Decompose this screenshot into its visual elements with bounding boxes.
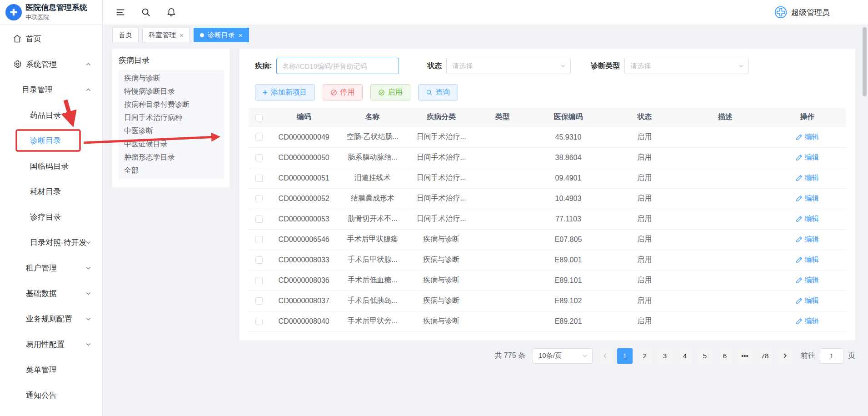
cell-description (682, 209, 768, 229)
cell-category: 疾病与诊断 (407, 311, 475, 331)
diagnosis-table-card: 疾病: 状态 请选择 诊断类型 请选择 (239, 49, 855, 340)
sidebar-item-notice[interactable]: 通知公告 (0, 382, 102, 408)
col-header-type: 类型 (476, 108, 529, 127)
edit-button[interactable]: 编辑 (796, 173, 819, 183)
cell-type (476, 270, 529, 291)
sidebar-menu: 首页 系统管理 目录管理 药品目录 诊断目录 国临码目录 耗材目录 (0, 25, 102, 408)
select-all-checkbox[interactable] (255, 114, 263, 121)
edit-button[interactable]: 编辑 (796, 255, 819, 265)
sidebar-item-business-rules[interactable]: 业务规则配置 (0, 306, 102, 331)
catalog-item-disease-diagnosis[interactable]: 疾病与诊断 (119, 72, 224, 85)
sidebar-item-label: 基础数据 (26, 288, 57, 299)
user-area[interactable]: 超级管理员 (774, 6, 830, 19)
cell-insurance-code: 77.1103 (529, 209, 607, 229)
cell-type (476, 127, 529, 147)
sidebar-item-basic-data[interactable]: 基础数据 (0, 281, 102, 306)
page-button-3[interactable]: 3 (657, 348, 673, 364)
more-pages-button[interactable]: ••• (737, 348, 753, 364)
page-button-6[interactable]: 6 (717, 348, 733, 364)
sidebar-item-national-code-catalog[interactable]: 国临码目录 (0, 153, 102, 179)
catalog-item-tcm-diagnosis[interactable]: 中医诊断 (119, 125, 224, 138)
edit-button[interactable]: 编辑 (796, 316, 819, 326)
row-checkbox[interactable] (255, 154, 263, 161)
edit-button[interactable]: 编辑 (796, 214, 819, 224)
tab-department-management[interactable]: 科室管理 × (142, 28, 190, 42)
edit-label: 编辑 (805, 276, 819, 285)
cell-type (476, 250, 529, 270)
diagnosis-type-select[interactable]: 请选择 (624, 58, 749, 74)
query-button[interactable]: 查询 (418, 84, 458, 100)
diagnosis-type-filter-label: 诊断类型 (591, 61, 620, 71)
sidebar-item-tenant-management[interactable]: 租户管理 (0, 255, 102, 281)
sidebar-item-diagnosis-catalog[interactable]: 诊断目录 (0, 128, 102, 153)
catalog-item-day-surgery[interactable]: 日间手术治疗病种 (119, 111, 224, 125)
catalog-item-special-chronic[interactable]: 特慢病诊断目录 (119, 85, 224, 98)
row-checkbox[interactable] (255, 216, 263, 223)
right-column: 疾病: 状态 请选择 诊断类型 请选择 (239, 49, 855, 364)
search-icon[interactable] (141, 7, 151, 17)
cell-code: CD0000006546 (269, 229, 338, 250)
page-button-4[interactable]: 4 (677, 348, 693, 364)
edit-button[interactable]: 编辑 (796, 194, 819, 203)
row-checkbox[interactable] (255, 297, 263, 305)
page-button-1[interactable]: 1 (617, 348, 633, 364)
next-page-button[interactable] (777, 348, 793, 364)
sidebar-item-label: 药品目录 (30, 110, 61, 120)
enable-button[interactable]: 启用 (370, 84, 410, 100)
catalog-item-all[interactable]: 全部 (119, 164, 224, 177)
cell-category: 日间手术治疗... (407, 147, 475, 168)
cell-type (476, 188, 529, 209)
edit-button[interactable]: 编辑 (796, 276, 819, 285)
add-item-button[interactable]: + 添加新项目 (255, 84, 315, 100)
cell-type (476, 291, 529, 311)
top-header: 超级管理员 (103, 0, 868, 25)
cell-status: 启用 (607, 311, 682, 331)
row-checkbox[interactable] (255, 195, 263, 202)
sidebar-item-label: 诊断目录 (30, 135, 61, 146)
bell-icon[interactable] (166, 7, 176, 17)
sidebar-item-treatment-catalog[interactable]: 诊疗目录 (0, 204, 102, 230)
page-button-78[interactable]: 78 (757, 348, 773, 364)
row-checkbox[interactable] (255, 256, 263, 264)
disable-button[interactable]: 停用 (323, 84, 363, 100)
close-icon[interactable]: × (239, 32, 243, 39)
row-checkbox[interactable] (255, 134, 263, 141)
row-checkbox[interactable] (255, 236, 263, 243)
page-size-select[interactable]: 10条/页 (533, 348, 593, 364)
close-icon[interactable]: × (180, 32, 184, 39)
edit-button[interactable]: 编辑 (796, 153, 819, 162)
tab-home[interactable]: 首页 (112, 28, 139, 42)
catalog-item-tumor-morphology[interactable]: 肿瘤形态学目录 (119, 151, 224, 164)
edit-button[interactable]: 编辑 (796, 132, 819, 142)
cell-insurance-code: E89.101 (529, 270, 607, 291)
vertical-scrollbar-thumb[interactable] (863, 27, 867, 96)
edit-button[interactable]: 编辑 (796, 296, 819, 306)
row-checkbox[interactable] (255, 318, 263, 325)
hamburger-icon[interactable] (115, 7, 125, 17)
disease-search-input[interactable] (276, 58, 399, 74)
status-select[interactable]: 请选择 (446, 58, 571, 74)
prev-page-button[interactable] (597, 348, 613, 364)
sidebar-item-home[interactable]: 首页 (0, 26, 102, 51)
page-button-5[interactable]: 5 (697, 348, 713, 364)
sidebar-item-catalog-mapping[interactable]: 目录对照-待开发 (0, 230, 102, 255)
catalog-item-tcm-syndrome[interactable]: 中医证候目录 (119, 138, 224, 151)
tab-diagnosis-catalog[interactable]: 诊断目录 × (194, 28, 249, 42)
row-checkbox[interactable] (255, 277, 263, 284)
edit-button[interactable]: 编辑 (796, 235, 819, 244)
row-checkbox[interactable] (255, 175, 263, 182)
edit-icon (796, 154, 803, 161)
sidebar-item-drug-catalog[interactable]: 药品目录 (0, 102, 102, 128)
sidebar-item-usability-config[interactable]: 易用性配置 (0, 331, 102, 357)
sidebar-item-catalog-management[interactable]: 目录管理 (0, 77, 102, 102)
sidebar-item-system-management[interactable]: 系统管理 (0, 51, 102, 77)
col-header-status: 状态 (607, 108, 682, 127)
app-root: ✚ 医院信息管理系统 中联医院 首页 系统管理 目录管理 药品目录 (0, 0, 868, 416)
page-button-2[interactable]: 2 (637, 348, 653, 364)
goto-page-input[interactable] (820, 348, 843, 364)
table-header-row: 编码 名称 疾病分类 类型 医保编码 状态 描述 操作 (249, 108, 846, 127)
main-column: 超级管理员 首页 科室管理 × 诊断目录 × 疾病目录 疾病与诊断 (103, 0, 868, 416)
sidebar-item-menu-management[interactable]: 菜单管理 (0, 357, 102, 382)
catalog-item-drg-payment[interactable]: 按病种目录付费诊断 (119, 98, 224, 111)
sidebar-item-consumable-catalog[interactable]: 耗材目录 (0, 179, 102, 204)
